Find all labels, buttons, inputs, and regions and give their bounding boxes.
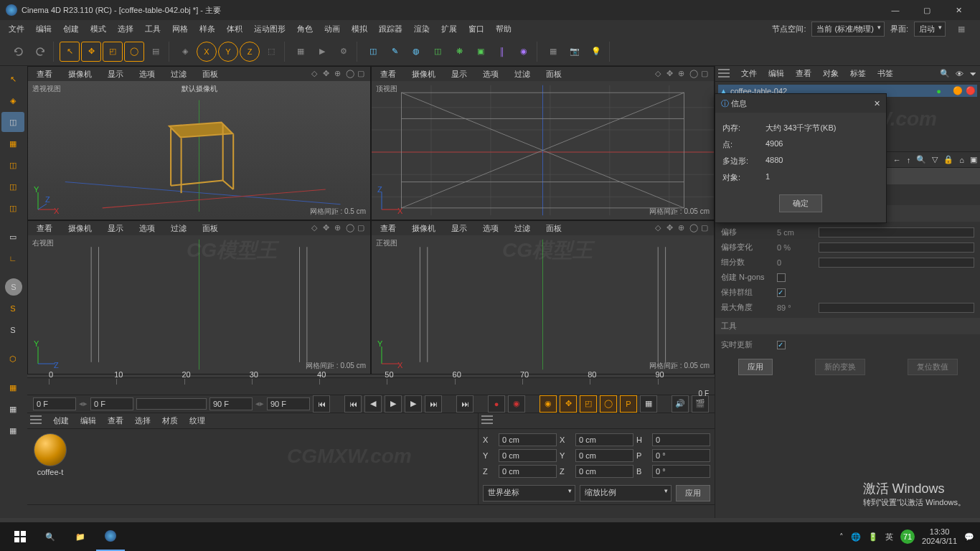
mat-menu-编辑[interactable]: 编辑 — [75, 413, 102, 428]
light-icon[interactable]: 💡 — [586, 42, 606, 62]
network-icon[interactable]: 🌐 — [851, 532, 861, 542]
layout-dropdown[interactable]: 启动 — [914, 22, 946, 37]
menu-创建[interactable]: 创建 — [57, 21, 85, 37]
snap-button[interactable]: S — [5, 278, 22, 296]
vp-menu-过滤[interactable]: 过滤 — [165, 66, 192, 83]
enable-axis-button[interactable]: ▭ — [1, 227, 24, 247]
next-key-button[interactable]: ⏭ — [425, 395, 442, 413]
subdiv-slider[interactable] — [819, 258, 974, 268]
menu-网格[interactable]: 网格 — [166, 21, 194, 37]
close-icon[interactable]: ✕ — [874, 99, 880, 108]
lock-x-icon[interactable]: ◈ — [175, 42, 195, 62]
camera-button[interactable]: ▣ — [471, 42, 491, 62]
key-pos-button[interactable]: ◉ — [540, 395, 557, 413]
y-axis-lock[interactable]: Y — [218, 42, 238, 62]
vp-menu-过滤[interactable]: 过滤 — [509, 220, 536, 237]
undo-button[interactable] — [9, 42, 29, 62]
current-frame-input[interactable] — [90, 397, 133, 410]
new-window-icon[interactable]: ▣ — [970, 155, 977, 164]
edge-mode-button[interactable]: ◫ — [1, 176, 24, 197]
prev-frame-button[interactable]: ◀ — [364, 395, 382, 413]
light-button[interactable]: ║ — [492, 42, 512, 62]
deformer-button[interactable]: ◫ — [428, 42, 448, 62]
obj-menu-文件[interactable]: 文件 — [735, 66, 763, 80]
vp-menu-面板[interactable]: 面板 — [540, 66, 567, 83]
vp-menu-过滤[interactable]: 过滤 — [509, 66, 536, 83]
menu-模式[interactable]: 模式 — [85, 21, 112, 37]
menu-跟踪器[interactable]: 跟踪器 — [373, 21, 408, 37]
viewport-front[interactable]: 查看摄像机显示选项过滤面板◇✥⊕◯▢ 正视图 YX 网格间距 : 0.05 cm — [371, 220, 715, 375]
apply-button[interactable]: 应用 — [738, 359, 773, 375]
material-item[interactable]: coffee-t — [32, 433, 69, 500]
notifications-icon[interactable]: 💬 — [964, 532, 974, 542]
vp-menu-摄像机[interactable]: 摄像机 — [406, 220, 441, 237]
nodespace-dropdown[interactable]: 当前 (标准/物理) — [811, 22, 884, 37]
record-button[interactable]: ● — [488, 395, 505, 413]
render-settings-button[interactable]: ⚙ — [334, 42, 354, 62]
mat-menu-选择[interactable]: 选择 — [129, 413, 156, 428]
vp-menu-选项[interactable]: 选项 — [477, 220, 504, 237]
end-frame-b-input[interactable] — [267, 397, 310, 410]
vp-menu-摄像机[interactable]: 摄像机 — [406, 66, 441, 83]
badge-icon[interactable]: 71 — [900, 529, 915, 544]
cube-primitive-button[interactable]: ◫ — [363, 42, 383, 62]
ime-indicator[interactable]: 英 — [885, 532, 893, 542]
pos-z-input[interactable] — [499, 465, 557, 478]
next-frame-button[interactable]: ▶ — [405, 395, 422, 413]
mat-menu-纹理[interactable]: 纹理 — [184, 413, 211, 428]
clock[interactable]: 13:302024/3/11 — [922, 527, 957, 546]
uv-mode-button[interactable]: ▦ — [1, 133, 24, 154]
offvar-value[interactable]: 0 % — [777, 243, 813, 252]
obj-menu-查看[interactable]: 查看 — [790, 66, 817, 80]
ok-button[interactable]: 确定 — [779, 194, 822, 212]
coord-system-icon[interactable]: ⬚ — [261, 42, 281, 62]
movie-button[interactable]: 🎬 — [692, 395, 709, 413]
viewport-top[interactable]: 查看摄像机显示选项过滤面板◇✥⊕◯▢ 顶视图 ZX 网格间距 : 0.05 cm — [371, 66, 715, 220]
menu-角色[interactable]: 角色 — [291, 21, 319, 37]
phong-tag-icon[interactable]: 🔴 — [966, 86, 976, 95]
tray-up-icon[interactable]: ˄ — [839, 532, 844, 542]
render-button[interactable]: ▶ — [312, 42, 332, 62]
hamburger-icon[interactable] — [481, 415, 493, 425]
vp-menu-查看[interactable]: 查看 — [31, 220, 58, 237]
minimize-button[interactable]: — — [880, 0, 911, 20]
menu-帮助[interactable]: 帮助 — [490, 21, 517, 37]
maxang-value[interactable]: 89 ° — [777, 303, 813, 312]
timeline-slider[interactable] — [136, 398, 207, 410]
obj-menu-对象[interactable]: 对象 — [817, 66, 844, 80]
menu-渲染[interactable]: 渲染 — [408, 21, 435, 37]
maxang-slider[interactable] — [819, 303, 974, 313]
new-transform-button[interactable]: 新的变换 — [815, 359, 865, 375]
start-button[interactable] — [6, 522, 34, 551]
workplane-button[interactable]: S — [1, 320, 24, 340]
vp-menu-查看[interactable]: 查看 — [374, 220, 402, 237]
end-frame-a-input[interactable] — [209, 397, 253, 410]
size-z-input[interactable] — [575, 465, 633, 478]
move-tool[interactable]: ✥ — [81, 42, 101, 62]
subdiv-value[interactable]: 0 — [777, 258, 813, 267]
render-view-button[interactable]: ▦ — [291, 42, 311, 62]
vp-menu-选项[interactable]: 选项 — [133, 66, 161, 83]
search-icon[interactable]: 🔍 — [940, 69, 950, 78]
realtime-checkbox[interactable] — [777, 341, 786, 349]
mat-menu-查看[interactable]: 查看 — [102, 413, 129, 428]
goto-end-button[interactable]: ⏭ — [456, 395, 473, 413]
layout-icon[interactable]: ▦ — [951, 19, 971, 39]
viewport-right[interactable]: 查看摄像机显示选项过滤面板◇✥⊕◯▢ 右视图 YZ 网格间距 : 0.05 cm — [27, 220, 371, 375]
menu-样条[interactable]: 样条 — [194, 21, 221, 37]
mat-menu-创建[interactable]: 创建 — [47, 413, 75, 428]
z-axis-lock[interactable]: Z — [240, 42, 260, 62]
menu-运动图形[interactable]: 运动图形 — [248, 21, 291, 37]
object-mode-button[interactable]: ◫ — [1, 112, 24, 132]
vp-menu-查看[interactable]: 查看 — [31, 66, 58, 83]
prev-key-button[interactable]: ⏮ — [344, 395, 362, 413]
model-mode-button[interactable]: ↖ — [1, 69, 24, 89]
keep-group-checkbox[interactable] — [777, 288, 786, 297]
cinema4d-taskbar-button[interactable] — [96, 522, 125, 551]
visibility-dot-icon[interactable]: ● — [936, 87, 941, 95]
menu-编辑[interactable]: 编辑 — [30, 21, 57, 37]
obj-menu-书签[interactable]: 书签 — [872, 66, 899, 80]
maximize-button[interactable]: ▢ — [911, 0, 943, 20]
vp-menu-显示[interactable]: 显示 — [102, 66, 129, 83]
search-button[interactable]: 🔍 — [36, 522, 65, 551]
